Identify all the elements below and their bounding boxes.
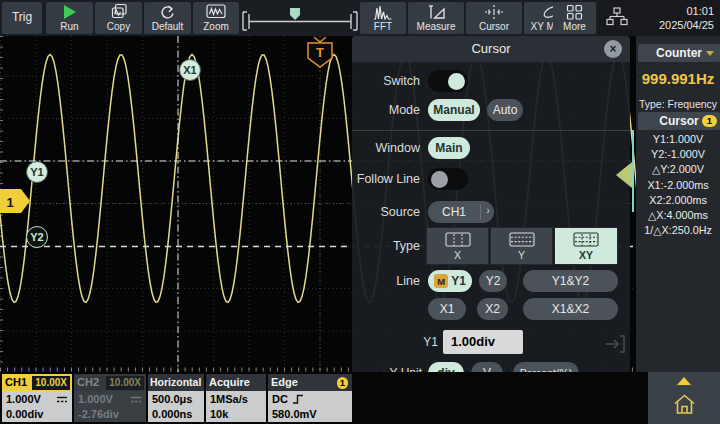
follow-line-knob: [431, 171, 448, 188]
network-icon[interactable]: [606, 7, 628, 31]
horizontal-title: Horizontal: [148, 374, 204, 391]
cursor-label: Cursor: [479, 21, 509, 32]
mode-label: Mode: [358, 103, 420, 117]
type-y-button[interactable]: Y: [490, 227, 553, 265]
dc-coupling-icon: [130, 395, 142, 404]
type-x-icon: [445, 232, 471, 247]
oscilloscope-screen: Trig Run Copy: [0, 0, 720, 424]
line-y2-button[interactable]: Y2: [479, 270, 507, 292]
y2-cursor-handle[interactable]: Y2: [26, 226, 48, 248]
ch1-position-flag[interactable]: 1: [0, 188, 32, 218]
switch-label: Switch: [358, 74, 420, 88]
ch2-scale: 1.000V: [78, 392, 113, 407]
bottom-status-bar: CH1 10.00X 1.000V 0.00div CH2 10.00X 1: [0, 372, 720, 424]
home-icon[interactable]: [672, 392, 697, 420]
more-button[interactable]: More: [553, 2, 596, 34]
default-button[interactable]: Default: [144, 2, 191, 34]
mode-auto-button[interactable]: Auto: [487, 99, 523, 121]
trig-label: Trig: [12, 10, 32, 24]
clock-time: 01:01: [659, 4, 714, 18]
right-readout-panel: Counter 999.991Hz Type: Frequency Cursor…: [636, 36, 720, 372]
line-y1-button[interactable]: M Y1: [428, 270, 472, 292]
dialog-titlebar[interactable]: Cursor ×: [352, 36, 630, 62]
line-x1x2-button[interactable]: X1&X2: [523, 298, 618, 320]
fft-button[interactable]: FFT: [360, 2, 406, 34]
acquire-title: Acquire: [206, 374, 266, 391]
source-value: CH1: [442, 205, 466, 219]
type-x-button[interactable]: X: [426, 227, 489, 265]
enter-icon[interactable]: [604, 332, 628, 360]
run-button[interactable]: Run: [46, 2, 93, 34]
timebase-value: 500.0μs: [152, 392, 200, 407]
trig-button[interactable]: Trig: [2, 2, 42, 34]
cursor-button[interactable]: Cursor: [466, 2, 522, 34]
window-main-button[interactable]: Main: [428, 137, 470, 159]
measure-button[interactable]: Measure: [408, 2, 464, 34]
slider-marker: [290, 8, 300, 20]
x1-cursor-handle[interactable]: X1: [179, 59, 201, 81]
mode-manual-button[interactable]: Manual: [428, 99, 480, 121]
ch2-name: CH2: [77, 376, 99, 388]
y1-cursor-handle[interactable]: Y1: [26, 161, 48, 183]
acquire-block[interactable]: Acquire 1MSa/s 10k: [206, 374, 266, 422]
copy-button[interactable]: Copy: [95, 2, 142, 34]
caret-down-icon: [706, 51, 714, 56]
trigger-title: Edge: [271, 376, 298, 388]
svg-text:T: T: [316, 45, 324, 60]
line-x2-button[interactable]: X2: [477, 298, 508, 320]
trigger-coupling: DC: [272, 392, 288, 407]
zoom-button[interactable]: Zoom: [193, 2, 239, 34]
zoom-waveform-icon: [206, 2, 226, 21]
horizontal-block[interactable]: Horizontal 500.0μs 0.000ns: [148, 374, 204, 422]
follow-line-toggle[interactable]: [428, 168, 468, 190]
y1-value-label: Y1: [414, 335, 438, 349]
readout-x2: X2:2.000ms: [636, 193, 720, 208]
counter-type: Type: Frequency: [636, 98, 720, 110]
type-y-icon: [509, 232, 535, 247]
cursor-dialog: Cursor × Switch Mode Manual Auto Window …: [352, 36, 630, 372]
system-status-area: 01:01 2025/04/25: [598, 0, 720, 36]
source-label: Source: [358, 205, 420, 219]
cursor-readout-header[interactable]: Cursor 1: [638, 112, 720, 130]
ch2-offset: -2.76div: [78, 407, 142, 422]
sample-rate: 1MSa/s: [210, 392, 262, 407]
close-icon[interactable]: ×: [604, 40, 622, 58]
top-toolbar: Trig Run Copy: [0, 0, 720, 36]
dc-coupling-icon: [56, 395, 68, 404]
panel-handle-line: [632, 130, 634, 212]
y-unit-div-button[interactable]: div: [428, 362, 464, 372]
copy-label: Copy: [107, 21, 130, 32]
counter-header[interactable]: Counter: [638, 44, 720, 62]
y-unit-v-button[interactable]: V: [471, 362, 503, 372]
ch1-name: CH1: [5, 376, 27, 388]
type-label: Type: [358, 239, 420, 253]
ch2-attenuation: 10.00X: [106, 376, 144, 390]
more-grid-icon: [566, 2, 583, 21]
line-y1y2-button[interactable]: Y1&Y2: [523, 270, 618, 292]
y-unit-percent-button[interactable]: Percent(%): [513, 362, 579, 372]
line-x1-button[interactable]: X1: [428, 298, 466, 320]
panel-collapse-arrow[interactable]: [616, 162, 632, 188]
readout-dy: △Y:2.000V: [636, 162, 720, 177]
switch-knob: [448, 73, 465, 90]
switch-toggle[interactable]: [428, 70, 468, 92]
y1-value-input[interactable]: 1.00div: [443, 330, 523, 354]
readout-1overdx: 1/△X:250.0Hz: [636, 223, 720, 238]
chevron-right-icon: ›: [486, 204, 490, 216]
horizontal-position-slider[interactable]: [240, 0, 360, 36]
ch1-attenuation: 10.00X: [32, 376, 70, 390]
expand-up-icon[interactable]: [677, 377, 691, 385]
trigger-block[interactable]: Edge 1 DC 580.0mV: [268, 374, 352, 422]
ch1-scale: 1.000V: [6, 392, 41, 407]
fft-icon: [373, 2, 393, 21]
trigger-source-badge: 1: [337, 377, 348, 389]
ch2-block[interactable]: CH2 10.00X 1.000V -2.76div: [74, 374, 146, 422]
window-label: Window: [358, 141, 420, 155]
ch1-block[interactable]: CH1 10.00X 1.000V 0.00div: [2, 374, 72, 422]
run-label: Run: [60, 21, 78, 32]
trigger-level: 580.0mV: [272, 407, 348, 422]
trigger-time-marker[interactable]: T: [304, 36, 336, 74]
readout-y1: Y1:1.000V: [636, 132, 720, 147]
source-select[interactable]: CH1 ›: [428, 201, 494, 223]
type-xy-button[interactable]: XY: [554, 227, 618, 265]
